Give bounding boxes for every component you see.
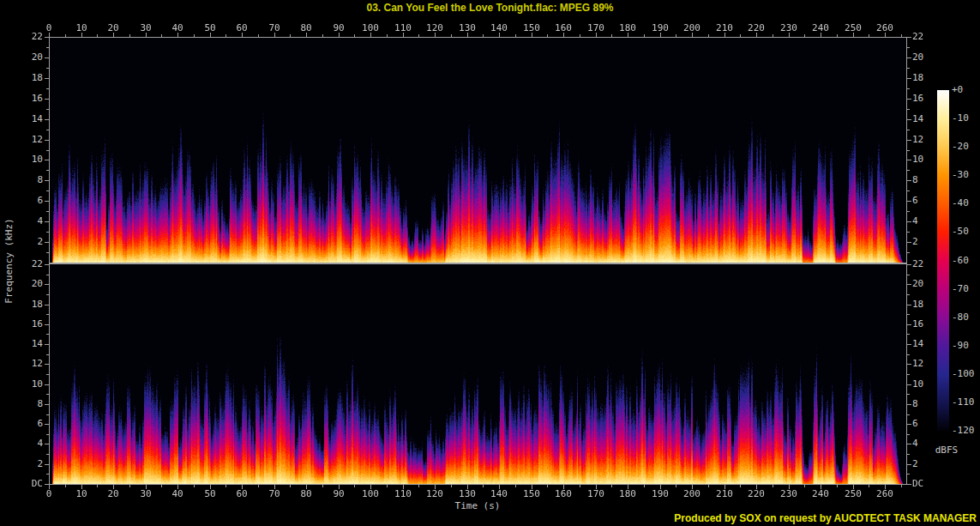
time-tick-label: 70 <box>259 489 290 499</box>
time-tick-label: 260 <box>869 489 900 499</box>
time-tick-label: 80 <box>291 23 322 33</box>
dbfs-tick-label: -40 <box>952 198 969 209</box>
axis-tick-mark <box>907 180 911 181</box>
axis-tick-mark <box>354 34 355 37</box>
freq-tick-label: 18 <box>5 73 43 83</box>
freq-tick-label: 6 <box>5 419 43 429</box>
axis-tick-mark <box>194 485 195 487</box>
axis-tick-mark <box>46 68 49 69</box>
sox-spectrogram-window: 03. Can You Feel the Love Tonight.flac: … <box>0 0 980 526</box>
axis-tick-mark <box>46 150 49 151</box>
freq-tick-label: 14 <box>5 339 43 349</box>
freq-tick-label: DC <box>912 479 950 489</box>
axis-tick-mark <box>907 454 910 455</box>
dbfs-tick-label: -100 <box>952 369 975 379</box>
axis-tick-mark <box>676 485 676 487</box>
axis-tick-mark <box>907 434 910 435</box>
dbfs-tick-label: -70 <box>952 284 969 294</box>
time-tick-label: 60 <box>226 489 257 499</box>
axis-tick-mark <box>45 221 49 222</box>
axis-tick-mark <box>45 201 49 202</box>
axis-tick-mark <box>907 314 910 315</box>
axis-tick-mark <box>225 34 226 37</box>
time-tick-label: 40 <box>162 23 193 33</box>
freq-tick-label: 8 <box>5 175 43 185</box>
time-tick-label: 150 <box>516 489 547 499</box>
axis-tick-mark <box>804 485 805 487</box>
axis-tick-mark <box>907 221 911 222</box>
axis-tick-mark <box>46 190 49 191</box>
freq-tick-label: 8 <box>5 399 43 409</box>
time-tick-label: 170 <box>580 23 611 33</box>
axis-tick-mark <box>290 485 291 487</box>
dbfs-tick-label: -60 <box>952 256 969 266</box>
axis-tick-mark <box>46 474 49 475</box>
freq-tick-label: 10 <box>5 379 43 390</box>
time-tick-label: 30 <box>130 23 161 33</box>
dbfs-tick-label: -20 <box>952 142 969 152</box>
axis-tick-mark <box>907 99 911 100</box>
freq-tick-label: 18 <box>912 73 950 83</box>
left-axis-line <box>49 37 50 485</box>
axis-tick-mark <box>547 34 548 37</box>
axis-tick-mark <box>907 324 911 325</box>
time-tick-label: 190 <box>645 23 676 33</box>
axis-tick-mark <box>46 434 49 435</box>
freq-tick-label: 16 <box>5 319 43 330</box>
time-tick-label: 180 <box>612 23 643 33</box>
axis-tick-mark <box>46 334 49 335</box>
freq-tick-label: 12 <box>5 135 43 145</box>
axis-tick-mark <box>45 78 49 79</box>
axis-tick-mark <box>907 47 910 48</box>
channel-divider-line <box>49 263 907 264</box>
time-tick-label: 20 <box>98 489 129 499</box>
time-tick-label: 250 <box>838 23 869 33</box>
colorbar-gradient <box>937 90 949 431</box>
time-tick-label: 150 <box>516 23 547 33</box>
axis-tick-mark <box>907 78 911 79</box>
axis-tick-mark <box>129 485 130 487</box>
axis-tick-mark <box>46 47 49 48</box>
time-tick-label: 20 <box>98 23 129 33</box>
axis-tick-mark <box>907 424 911 425</box>
axis-tick-mark <box>45 344 49 345</box>
time-tick-label: 70 <box>259 23 290 33</box>
time-tick-label: 260 <box>869 23 900 33</box>
axis-tick-mark <box>907 119 911 120</box>
axis-tick-mark <box>907 354 910 355</box>
axis-tick-mark <box>46 170 49 171</box>
axis-tick-mark <box>837 34 838 37</box>
axis-tick-mark <box>740 485 741 487</box>
time-tick-label: 100 <box>355 23 386 33</box>
axis-tick-mark <box>225 485 226 487</box>
spectrogram-right-channel <box>50 264 906 484</box>
time-tick-label: 200 <box>676 489 707 499</box>
axis-tick-mark <box>907 484 911 485</box>
axis-tick-mark <box>907 364 911 365</box>
time-tick-label: 210 <box>709 23 740 33</box>
time-tick-label: 90 <box>323 23 354 33</box>
axis-tick-mark <box>45 180 49 181</box>
dbfs-tick-label: -80 <box>952 312 969 323</box>
axis-tick-mark <box>907 201 911 202</box>
dbfs-tick-label: +0 <box>952 85 963 95</box>
axis-tick-mark <box>45 99 49 100</box>
time-tick-label: 220 <box>741 23 772 33</box>
axis-tick-mark <box>46 414 49 415</box>
freq-tick-label: 12 <box>5 359 43 369</box>
axis-tick-mark <box>46 109 49 110</box>
axis-tick-mark <box>907 464 911 465</box>
axis-tick-mark <box>708 485 709 487</box>
axis-tick-mark <box>869 34 869 37</box>
axis-tick-mark <box>46 88 49 89</box>
freq-tick-label: 4 <box>5 438 43 449</box>
x-axis-title: Time (s) <box>455 501 501 511</box>
axis-tick-mark <box>907 140 911 141</box>
time-tick-label: 170 <box>580 489 611 499</box>
axis-tick-mark <box>290 34 291 37</box>
axis-tick-mark <box>387 34 388 37</box>
axis-tick-mark <box>907 275 910 275</box>
axis-tick-mark <box>515 34 516 37</box>
axis-tick-mark <box>740 34 741 37</box>
axis-tick-mark <box>901 485 902 487</box>
